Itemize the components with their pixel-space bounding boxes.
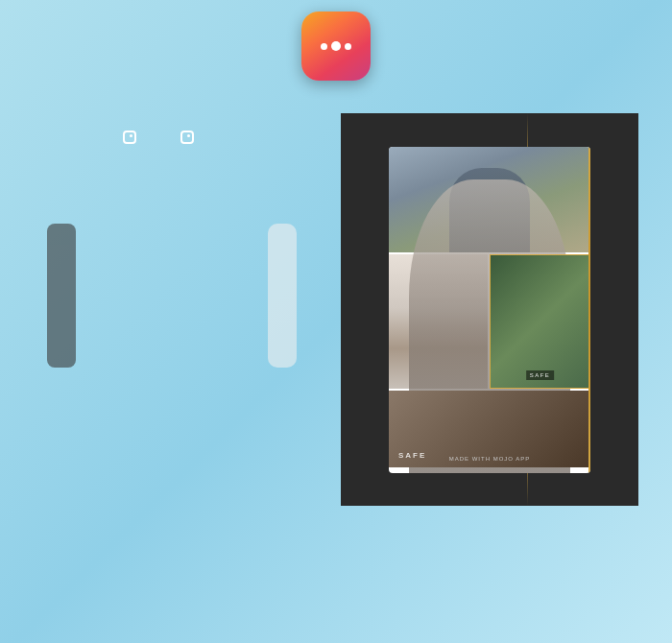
app-icon-dots — [321, 41, 351, 51]
template-card-dark[interactable] — [47, 224, 76, 368]
collage-row-2: SAFE — [389, 254, 590, 389]
editor-canvas: SAFE SAFE MADE WITH MOJO APP — [341, 113, 638, 506]
safe-text: SAFE — [398, 451, 426, 460]
fashion-photo-cell: SAFE — [490, 254, 590, 389]
dot-1 — [321, 43, 327, 50]
template-card-partial[interactable] — [268, 224, 297, 368]
watermark-text: MADE WITH MOJO APP — [449, 456, 531, 462]
ig-inner — [123, 131, 136, 144]
safe-label-fashion: SAFE — [526, 370, 555, 380]
dot-2 — [331, 41, 341, 51]
woman-photo-cell — [389, 254, 488, 389]
app-icon — [301, 12, 371, 81]
collage-frame[interactable]: SAFE SAFE MADE WITH MOJO APP — [389, 147, 590, 473]
post-ig-inner — [180, 131, 194, 144]
dot-3 — [345, 43, 351, 50]
